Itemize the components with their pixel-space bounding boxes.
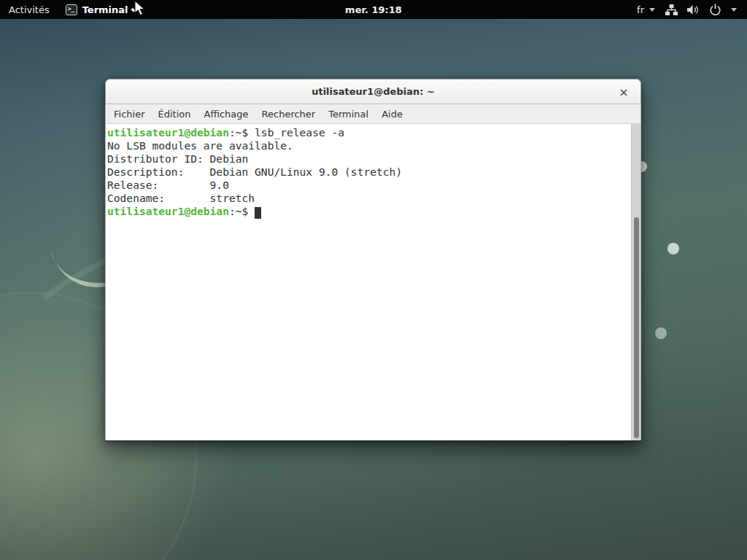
desktop: Activités >_ Terminal mer. 19:18 fr (0, 0, 747, 560)
terminal-line: No LSB modules are available. (107, 139, 630, 152)
terminal-line: utilisateur1@debian:~$ (107, 205, 630, 218)
clock[interactable]: mer. 19:18 (345, 4, 402, 15)
menu-item-aide[interactable]: Aide (375, 106, 409, 122)
terminal-output: utilisateur1@debian:~$ lsb_release -aNo … (106, 124, 640, 218)
focused-app-menu[interactable]: >_ Terminal (58, 0, 136, 19)
system-status-area[interactable] (665, 4, 737, 15)
terminal-line: Distributor ID: Debian (107, 152, 630, 166)
chevron-down-icon (649, 8, 655, 12)
menu-item-fichier[interactable]: Fichier (107, 106, 152, 122)
wallpaper-dot (667, 243, 679, 254)
focused-app-name: Terminal (82, 4, 128, 15)
terminal-line: Release: 9.0 (107, 179, 630, 192)
titlebar[interactable]: utilisateur1@debian: ~ × (105, 79, 641, 104)
menu-item-rechercher[interactable]: Rechercher (255, 106, 322, 122)
activities-button[interactable]: Activités (0, 0, 58, 19)
menubar: FichierÉditionAffichageRechercherTermina… (105, 104, 641, 124)
prompt-user-host: utilisateur1@debian (107, 126, 229, 139)
scrollbar[interactable] (631, 124, 640, 440)
close-button[interactable]: × (614, 79, 633, 105)
top-bar: Activités >_ Terminal mer. 19:18 fr (0, 0, 747, 19)
volume-icon (687, 4, 700, 15)
window-title: utilisateur1@debian: ~ (311, 86, 435, 97)
keyboard-layout-indicator[interactable]: fr (637, 4, 655, 15)
menu-item-terminal[interactable]: Terminal (322, 106, 375, 122)
scrollbar-thumb[interactable] (634, 217, 639, 438)
menu-item-edition[interactable]: Édition (152, 106, 198, 122)
network-wired-icon (665, 4, 678, 15)
terminal-window: utilisateur1@debian: ~ × FichierÉditionA… (105, 79, 641, 441)
menu-item-affichage[interactable]: Affichage (197, 106, 255, 122)
terminal-cursor (255, 207, 261, 219)
power-icon (709, 4, 721, 15)
wallpaper-dot (655, 327, 667, 339)
prompt-user-host: utilisateur1@debian (107, 205, 229, 217)
terminal-app-icon: >_ (66, 4, 77, 15)
keyboard-layout-label: fr (637, 4, 644, 15)
terminal-line: utilisateur1@debian:~$ lsb_release -a (107, 126, 630, 139)
chevron-down-icon (731, 8, 737, 12)
terminal-content[interactable]: utilisateur1@debian:~$ lsb_release -aNo … (105, 124, 641, 440)
terminal-line: Description: Debian GNU/Linux 9.0 (stret… (107, 166, 630, 179)
terminal-line: Codename: stretch (107, 192, 630, 205)
